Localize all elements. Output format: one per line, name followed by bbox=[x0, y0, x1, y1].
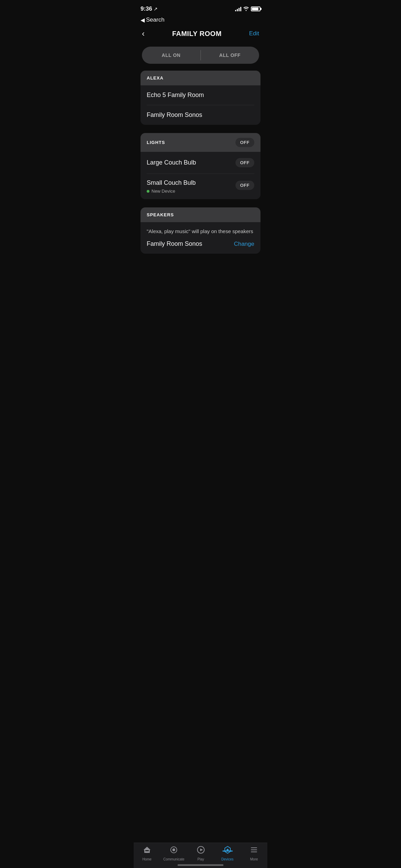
status-bar: 9:36 ↗ bbox=[134, 0, 267, 15]
list-item[interactable]: Small Couch Bulb New Device OFF bbox=[141, 174, 260, 199]
speakers-section: SPEAKERS "Alexa, play music" will play o… bbox=[141, 207, 260, 254]
speakers-device-row: Family Room Sonos Change bbox=[141, 236, 260, 254]
small-couch-bulb-name: Small Couch Bulb bbox=[147, 179, 196, 186]
battery-icon bbox=[251, 7, 260, 11]
speakers-device-name: Family Room Sonos bbox=[147, 240, 202, 248]
back-search-label: Search bbox=[146, 16, 165, 23]
battery-fill bbox=[252, 8, 258, 10]
back-button[interactable]: ‹ bbox=[142, 29, 145, 38]
signal-bar-2 bbox=[237, 9, 238, 11]
page-title: FAMILY ROOM bbox=[172, 30, 221, 38]
wifi-icon bbox=[243, 6, 249, 12]
lights-section-header: LIGHTS OFF bbox=[141, 133, 260, 152]
lights-section: LIGHTS OFF Large Couch Bulb OFF Small Co… bbox=[141, 133, 260, 199]
all-toggle-row: ALL ON ALL OFF bbox=[142, 47, 259, 64]
speakers-section-title: SPEAKERS bbox=[147, 212, 174, 217]
new-device-badge: New Device bbox=[147, 189, 196, 194]
back-search[interactable]: ◀ Search bbox=[134, 15, 267, 26]
signal-bar-1 bbox=[235, 10, 236, 11]
device-info: Small Couch Bulb New Device bbox=[147, 179, 196, 194]
small-couch-toggle[interactable]: OFF bbox=[235, 181, 255, 190]
status-right bbox=[235, 6, 260, 12]
device-name: Echo 5 Family Room bbox=[147, 92, 204, 99]
status-time: 9:36 bbox=[141, 5, 152, 12]
speakers-section-header: SPEAKERS bbox=[141, 207, 260, 222]
alexa-section-title: ALEXA bbox=[147, 75, 163, 81]
status-left: 9:36 ↗ bbox=[141, 5, 158, 12]
alexa-section: ALEXA Echo 5 Family Room Family Room Son… bbox=[141, 71, 260, 125]
signal-bar-3 bbox=[239, 8, 240, 11]
all-off-button[interactable]: ALL OFF bbox=[201, 47, 259, 64]
list-item[interactable]: Large Couch Bulb OFF bbox=[141, 152, 260, 173]
all-on-button[interactable]: ALL ON bbox=[142, 47, 200, 64]
location-icon: ↗ bbox=[154, 6, 158, 12]
change-button[interactable]: Change bbox=[234, 241, 254, 248]
lights-section-title: LIGHTS bbox=[147, 140, 165, 145]
large-couch-toggle[interactable]: OFF bbox=[235, 158, 255, 167]
back-arrow-small-icon: ◀ bbox=[141, 17, 145, 23]
edit-button[interactable]: Edit bbox=[249, 30, 259, 37]
device-name: Family Room Sonos bbox=[147, 111, 202, 119]
speakers-description: "Alexa, play music" will play on these s… bbox=[141, 222, 260, 236]
signal-bar-4 bbox=[240, 7, 241, 11]
new-dot-icon bbox=[147, 190, 149, 193]
page-header: ‹ FAMILY ROOM Edit bbox=[134, 26, 267, 44]
toggle-pill: ALL ON ALL OFF bbox=[142, 47, 259, 64]
signal-bars bbox=[235, 7, 241, 11]
device-name: Large Couch Bulb bbox=[147, 159, 196, 166]
list-item[interactable]: Echo 5 Family Room bbox=[141, 85, 260, 105]
alexa-section-header: ALEXA bbox=[141, 71, 260, 85]
new-device-label: New Device bbox=[151, 189, 175, 194]
lights-toggle-off[interactable]: OFF bbox=[235, 138, 255, 147]
list-item[interactable]: Family Room Sonos bbox=[141, 105, 260, 125]
